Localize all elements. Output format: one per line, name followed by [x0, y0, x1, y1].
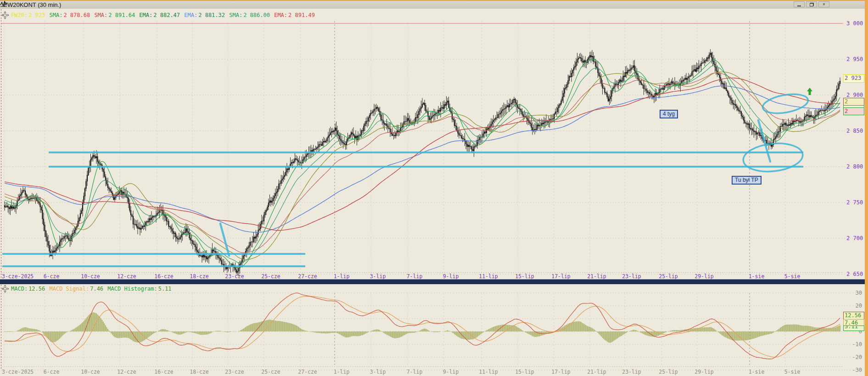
date-axis-label-bottom: 10-cze	[81, 369, 100, 375]
date-axis-label-bottom: 23-lip	[622, 369, 641, 375]
macd-indicator-value: 5.11	[158, 286, 172, 292]
price-axis-label: 2 750	[846, 199, 863, 206]
annotation-4tyg-label[interactable]: 4 tyg	[660, 110, 678, 118]
price-indicator-label: EMA:	[139, 12, 152, 18]
date-axis-label: 9-lip	[443, 273, 459, 280]
price-indicator-value: 2 882.47	[153, 12, 183, 18]
date-axis-label-bottom: 9-lip	[443, 369, 459, 375]
price-indicator-value: 2 891.64	[108, 12, 138, 18]
date-axis-label-bottom: 16-cze	[154, 369, 174, 375]
date-axis-label-bottom: 3-lip	[370, 369, 386, 375]
price-axis-label: 3 000	[846, 20, 863, 27]
date-axis-label: 6-cze	[44, 273, 60, 280]
price-indicator-label: FW20:	[11, 12, 28, 18]
date-axis-label-bottom: 27-cze	[298, 369, 317, 375]
price-axis-label: 2 900	[846, 92, 863, 98]
date-axis-label: 5-sie	[784, 273, 801, 280]
macd-axis-label: -30	[852, 367, 862, 373]
macd-indicator-label: MACD Histogram:	[107, 286, 157, 292]
date-axis-label: 23-lip	[622, 273, 641, 280]
macd-axis-label: 20	[856, 303, 862, 309]
price-indicator-value: 2 886.00	[243, 12, 273, 18]
date-axis-label: 10-cze	[81, 273, 100, 280]
price-value-tag: 2 878.	[843, 107, 864, 115]
macd-indicator-label: MACD Signal:	[49, 286, 89, 292]
date-axis-label-bottom: 1-sie	[749, 369, 765, 375]
date-axis-label-bottom: 5-sie	[784, 369, 801, 375]
date-axis-label: 27-cze	[298, 273, 317, 280]
annotation-tp-label[interactable]: Tu był TP	[732, 176, 762, 185]
price-value-tag: 2 891.	[843, 98, 864, 106]
date-axis-label: 21-lip	[587, 273, 606, 280]
date-axis-label-bottom: 1-lip	[334, 369, 350, 375]
price-indicator-readout: FW20:2 923 SMA:2 878.68 SMA:2 891.64 EMA…	[11, 12, 316, 18]
price-value-tag: 2 923	[843, 74, 864, 83]
macd-axis-label: -10	[852, 341, 862, 348]
macd-axis-label: -20	[852, 354, 862, 360]
date-axis-label-bottom: 25-lip	[659, 369, 678, 375]
price-and-macd-chart[interactable]: 3 0002 9502 9002 8502 8002 7502 7002 650…	[0, 0, 865, 376]
date-axis-label: 29-lip	[694, 273, 714, 280]
date-axis-label: 12-cze	[117, 273, 136, 280]
price-indicator-label: EMA:	[274, 12, 287, 18]
price-indicator-label: EMA:	[184, 12, 197, 18]
date-axis-label: 7-lip	[407, 273, 423, 280]
date-axis-label-bottom: 29-lip	[694, 369, 714, 375]
date-axis-label: 11-lip	[479, 273, 498, 280]
date-axis-label: 17-lip	[551, 273, 571, 280]
date-axis-label-bottom: 17-lip	[551, 369, 571, 375]
price-indicator-value: 2 878.68	[63, 12, 93, 18]
date-axis-label-bottom: 12-cze	[117, 369, 136, 375]
macd-axis-label: 30	[856, 290, 862, 296]
date-axis-label-bottom: 7-lip	[407, 369, 423, 375]
date-axis-label-bottom: 11-lip	[479, 369, 498, 375]
date-axis-label: 25-lip	[659, 273, 678, 280]
date-axis-label: 15-lip	[515, 273, 534, 280]
app-window: FW20KONT (30 min.) × 3 0002 9502 9002 85…	[0, 0, 868, 376]
price-axis-label: 2 950	[846, 56, 863, 62]
price-indicator-value: 2 923	[28, 12, 48, 18]
macd-value-tag: 5.11	[843, 325, 864, 331]
price-axis-label: 2 850	[846, 128, 863, 134]
date-axis-label-bottom: 25-cze	[261, 369, 280, 375]
date-axis-label: 25-cze	[261, 273, 280, 280]
price-indicator-label: SMA:	[229, 12, 242, 18]
price-indicator-label: SMA:	[49, 12, 62, 18]
date-axis-label-bottom: 3-cze-2025	[2, 369, 34, 375]
date-axis-label: 3-cze-2025	[2, 273, 34, 280]
macd-indicator-value: 12.56	[28, 286, 48, 292]
date-axis-label: 18-cze	[190, 273, 209, 280]
date-axis-label-bottom: 21-lip	[587, 369, 606, 375]
price-indicator-label: SMA:	[94, 12, 107, 18]
date-axis-label: 23-cze	[225, 273, 244, 280]
date-axis-label-bottom: 6-cze	[44, 369, 60, 375]
macd-indicator-label: MACD:	[11, 286, 28, 292]
date-axis-label: 16-cze	[154, 273, 174, 280]
date-axis-label-bottom: 23-cze	[225, 369, 244, 375]
macd-indicator-value: 7.46	[90, 286, 106, 292]
date-axis-label: 3-lip	[370, 273, 386, 280]
price-axis-label: 2 650	[846, 271, 863, 277]
pane-separator[interactable]	[0, 279, 865, 284]
date-axis-label-bottom: 18-cze	[190, 369, 209, 375]
price-indicator-value: 2 881.32	[198, 12, 228, 18]
date-axis-label: 1-sie	[749, 273, 765, 280]
price-indicator-value: 2 891.49	[288, 12, 315, 18]
date-axis-label-bottom: 15-lip	[515, 369, 534, 375]
macd-indicator-readout: MACD:12.56 MACD Signal:7.46 MACD Histogr…	[11, 286, 173, 292]
macd-value-tag: 12.56	[843, 312, 864, 320]
date-axis-label: 1-lip	[334, 273, 350, 280]
window-right-border	[865, 0, 868, 376]
price-axis-label: 2 700	[846, 235, 863, 241]
price-axis-label: 2 800	[846, 163, 863, 170]
